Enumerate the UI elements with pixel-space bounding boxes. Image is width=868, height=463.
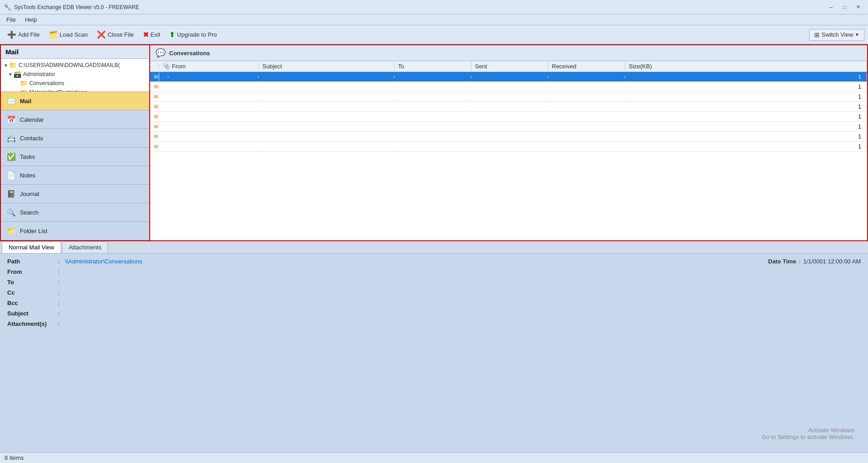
table-row[interactable]: ✉ 1 <box>150 142 867 152</box>
table-row[interactable]: ✉ 1 <box>150 122 867 132</box>
nav-label-search: Search <box>20 209 38 216</box>
tree-item[interactable]: 📁 MaterializedRestrictions <box>1 88 149 91</box>
col-header-to[interactable]: To <box>394 61 471 72</box>
nav-item-search[interactable]: 🔍 Search <box>1 203 149 222</box>
toolbar: ➕ Add File 🗂️ Load Scan ❌ Close File ✖ E… <box>0 25 868 44</box>
menu-file[interactable]: File <box>2 15 20 24</box>
cell-size: 1 <box>625 123 867 131</box>
nav-item-mail[interactable]: ✉️ Mail <box>1 92 149 110</box>
cell-from <box>168 96 259 98</box>
cell-received <box>548 126 625 128</box>
app-icon: 🔧 <box>4 4 11 11</box>
conversations-title: Conversations <box>169 50 210 57</box>
col-header-received[interactable]: Received <box>548 61 625 72</box>
folder-tree: ▼ 📁 C:\USERS\ADMIN\DOWNLOADS\MAILB( ▼ 🗃️… <box>1 59 149 91</box>
col-header-subject[interactable]: Subject <box>259 61 394 72</box>
bottom-section: Normal Mail ViewAttachments Path : \\Adm… <box>0 241 868 452</box>
col-header-sent[interactable]: Sent <box>471 61 548 72</box>
cell-sent <box>471 116 548 118</box>
maximize-button[interactable]: □ <box>838 2 851 12</box>
window-controls: ─ □ ✕ <box>825 2 864 12</box>
close-file-label: Close File <box>108 31 134 38</box>
exit-label: Exit <box>151 31 161 38</box>
datetime-value: 1/1/0001 12:00:00 AM <box>803 258 861 265</box>
nav-icon-mail: ✉️ <box>6 96 16 106</box>
tab-normal-mail-view[interactable]: Normal Mail View <box>2 241 61 253</box>
close-file-button[interactable]: ❌ Close File <box>93 29 138 41</box>
cell-from <box>168 116 259 118</box>
tree-icon: 📁 <box>9 62 17 69</box>
nav-label-mail: Mail <box>20 98 31 105</box>
cell-size: 1 <box>625 93 867 101</box>
table-row[interactable]: ✉ 1 <box>150 82 867 92</box>
attachments-colon: : <box>58 320 60 327</box>
nav-item-contacts[interactable]: 📇 Contacts <box>1 129 149 148</box>
cell-size: 1 <box>625 133 867 141</box>
tree-item[interactable]: 📁 Conversations <box>1 79 149 88</box>
to-colon: : <box>58 279 60 286</box>
nav-icon-calendar: 📅 <box>6 115 16 124</box>
cell-from <box>168 136 259 138</box>
nav-icon-search: 🔍 <box>6 207 16 217</box>
menu-help[interactable]: Help <box>20 15 42 24</box>
col-header-flag[interactable] <box>150 65 159 68</box>
tree-item[interactable]: ▼ 🗃️ Administrator <box>1 70 149 79</box>
attachments-field: Attachment(s) : <box>7 320 861 327</box>
cell-to <box>394 146 471 148</box>
tree-toggle[interactable]: ▼ <box>7 72 14 77</box>
nav-item-notes[interactable]: 📄 Notes <box>1 166 149 185</box>
nav-icon-notes: 📄 <box>6 170 16 180</box>
bcc-field: Bcc : <box>7 300 861 306</box>
tree-item[interactable]: ▼ 📁 C:\USERS\ADMIN\DOWNLOADS\MAILB( <box>1 61 149 70</box>
switch-view-icon: ⊞ <box>814 31 820 38</box>
cell-size: 1 <box>625 113 867 121</box>
table-row[interactable]: ✉ 1 <box>150 112 867 122</box>
table-row[interactable]: ✉ 1 <box>150 102 867 112</box>
cell-size: 1 <box>625 83 867 91</box>
nav-item-tasks[interactable]: ✅ Tasks <box>1 148 149 166</box>
cell-subject <box>259 146 394 148</box>
tree-toggle[interactable]: ▼ <box>3 63 9 68</box>
add-file-button[interactable]: ➕ Add File <box>4 29 43 41</box>
titlebar: 🔧 SysTools Exchange EDB Viewer v5.0 - FR… <box>0 0 868 14</box>
add-file-icon: ➕ <box>7 30 16 39</box>
exit-button[interactable]: ✖ Exit <box>139 29 164 41</box>
tab-attachments[interactable]: Attachments <box>62 241 108 253</box>
minimize-button[interactable]: ─ <box>825 2 837 12</box>
upgrade-button[interactable]: ⬆ Upgrade to Pro <box>166 29 220 41</box>
load-scan-button[interactable]: 🗂️ Load Scan <box>45 29 91 41</box>
col-header-from[interactable]: From <box>168 61 259 72</box>
close-button[interactable]: ✕ <box>852 2 864 12</box>
cell-received <box>548 76 625 78</box>
nav-label-calendar: Calendar <box>20 116 44 123</box>
cell-size: 1 <box>625 103 867 111</box>
cell-from <box>168 146 259 148</box>
nav-item-calendar[interactable]: 📅 Calendar <box>1 110 149 129</box>
add-file-label: Add File <box>18 31 40 38</box>
grid-body: ✉ 1 ✉ 1 ✉ 1 ✉ <box>150 72 867 240</box>
upgrade-icon: ⬆ <box>169 30 175 39</box>
cell-flag: ✉ <box>150 123 159 131</box>
to-field: To : <box>7 279 861 286</box>
cell-sent <box>471 96 548 98</box>
load-scan-label: Load Scan <box>60 31 88 38</box>
switch-view-button[interactable]: ⊞ Switch View ▼ <box>809 29 864 41</box>
table-row[interactable]: ✉ 1 <box>150 132 867 142</box>
cc-field: Cc : <box>7 289 861 296</box>
nav-item-folder-list[interactable]: 📁 Folder List <box>1 222 149 240</box>
cell-subject <box>259 76 394 78</box>
col-header-size[interactable]: Size(KB) <box>625 61 867 72</box>
cell-size: 1 <box>625 143 867 151</box>
table-row[interactable]: ✉ 1 <box>150 72 867 82</box>
col-header-attach[interactable]: 📎 <box>159 61 168 72</box>
path-value[interactable]: \\Administrator\Conversations <box>65 258 765 265</box>
top-section: Mail ▼ 📁 C:\USERS\ADMIN\DOWNLOADS\MAILB(… <box>0 44 868 241</box>
cell-size: 1 <box>625 73 867 81</box>
cell-received <box>548 96 625 98</box>
nav-icon-journal: 📓 <box>6 189 16 199</box>
cell-from <box>168 106 259 108</box>
cell-attach <box>159 86 168 88</box>
cell-subject <box>259 106 394 108</box>
table-row[interactable]: ✉ 1 <box>150 92 867 102</box>
nav-item-journal[interactable]: 📓 Journal <box>1 185 149 203</box>
